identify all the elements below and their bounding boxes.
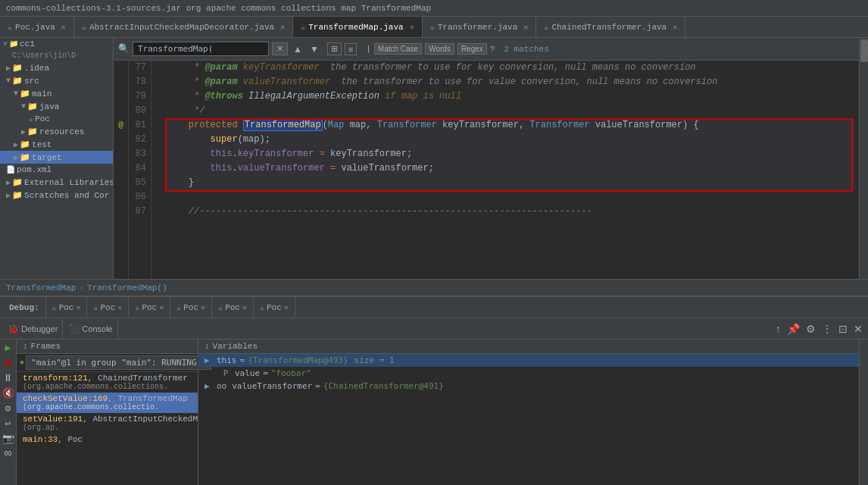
stop-debug-icon[interactable]: ■ bbox=[2, 356, 15, 370]
debugger-icon: 🐞 bbox=[8, 324, 19, 334]
debug-tabs: ☕ Poc ✕ ☕ Poc ✕ ☕ Poc ✕ ☕ Poc ✕ ☕ Poc bbox=[46, 297, 295, 318]
tab-icon-abstract: ☕ bbox=[82, 23, 86, 32]
search-filter-button[interactable]: ⊞ bbox=[327, 42, 342, 55]
sidebar-item-idea[interactable]: ▶ 📁 .idea bbox=[0, 61, 113, 74]
debug-tab-2[interactable]: ☕ Poc ✕ bbox=[87, 297, 129, 318]
search-input[interactable] bbox=[133, 42, 269, 56]
top-bar-title: commons-collections-3.1-sources.jar org … bbox=[6, 4, 431, 13]
sidebar-item-main[interactable]: ▼ 📁 main bbox=[0, 87, 113, 100]
search-matches: 2 matches bbox=[504, 45, 548, 54]
tab-transformer[interactable]: ☕Transformer.java✕ bbox=[423, 17, 537, 37]
frame-item-0[interactable]: transform:121, ChainedTransformer (org.a… bbox=[17, 372, 198, 393]
tab-chained[interactable]: ☕ChainedTransformer.java✕ bbox=[536, 17, 685, 37]
frame-item-2[interactable]: setValue:191, AbstractInputCheckedMapDec… bbox=[17, 413, 198, 433]
more-button[interactable]: ⋮ bbox=[820, 323, 835, 335]
pin-button[interactable]: 📌 bbox=[785, 323, 802, 335]
debug-label: Debug: bbox=[3, 297, 46, 318]
mute-icon[interactable]: 🔇 bbox=[2, 386, 15, 400]
debug-tab-1[interactable]: ☕ Poc ✕ bbox=[46, 297, 88, 318]
debug-right-panel: ↕ Variables ▶ this = {TransformedMap@493… bbox=[198, 340, 859, 485]
var-valuetransformer[interactable]: ▶ oo valueTransformer = {ChainedTransfor… bbox=[198, 380, 859, 393]
var-this[interactable]: ▶ this = {TransformedMap@493} size = 1 bbox=[198, 354, 859, 367]
debug-area: Debug: ☕ Poc ✕ ☕ Poc ✕ ☕ Poc ✕ ☕ Poc ✕ bbox=[0, 296, 868, 485]
tab-abstract[interactable]: ☕AbstractInputCheckedMapDecorator.java✕ bbox=[74, 17, 293, 37]
resume-icon[interactable]: ▶ bbox=[2, 341, 15, 355]
code-line-80: */ bbox=[167, 104, 854, 118]
debug-tab-6[interactable]: ☕ Poc ✕ bbox=[254, 297, 295, 318]
debug-tab-3[interactable]: ☕ Poc ✕ bbox=[129, 297, 170, 318]
pause-icon[interactable]: ⏸ bbox=[2, 371, 15, 385]
search-next-button[interactable]: ▼ bbox=[308, 44, 321, 55]
camera-icon[interactable]: 📷 bbox=[2, 432, 15, 446]
console-icon: ⬛ bbox=[69, 324, 80, 333]
restore-side-icon[interactable]: ↩ bbox=[2, 417, 15, 430]
annotation-column: @ bbox=[114, 61, 129, 279]
frames-list: transform:121, ChainedTransformer (org.a… bbox=[17, 372, 198, 485]
code-line-77: * @param keyTransformer the transformer … bbox=[167, 61, 854, 75]
tab-close-transformer[interactable]: ✕ bbox=[523, 23, 528, 32]
sidebar-item-java[interactable]: ▼ 📁 java bbox=[0, 100, 113, 113]
search-prev-button[interactable]: ▲ bbox=[291, 44, 304, 55]
expand-this-arrow[interactable]: ▶ bbox=[205, 355, 214, 365]
frame-item-3[interactable]: main:33, Poc bbox=[17, 433, 198, 446]
words-button[interactable]: Words bbox=[425, 43, 454, 55]
variables-label: Variables bbox=[213, 342, 258, 351]
sidebar-item-resources[interactable]: ▶ 📁 resources bbox=[0, 125, 113, 138]
search-more-button[interactable]: ≡ bbox=[345, 43, 357, 55]
project-label: cc1 bbox=[20, 39, 35, 48]
code-line-83: this.keyTransformer = keyTransformer; bbox=[167, 147, 854, 161]
regex-button[interactable]: Regex bbox=[457, 43, 487, 55]
breadcrumb-part2: TransformedMap() bbox=[87, 283, 167, 293]
thread-dropdown[interactable]: "main"@1 in group "main": RUNNING bbox=[26, 355, 211, 370]
restore-layout-button[interactable]: ↑ bbox=[773, 323, 783, 335]
code-area: @ 77 78 79 80 81 82 83 84 85 86 bbox=[114, 61, 859, 279]
console-tab-button[interactable]: ⬛ Console bbox=[64, 318, 117, 339]
restore-button[interactable]: ⊡ bbox=[836, 323, 850, 335]
sidebar-item-poc[interactable]: ☕ Poc bbox=[0, 113, 113, 125]
tab-close-transformedmap[interactable]: ✕ bbox=[410, 23, 414, 32]
tab-close-poc[interactable]: ✕ bbox=[61, 23, 66, 32]
frame-item-1[interactable]: checkSetValue:169, TransformedMap (org.a… bbox=[17, 393, 198, 413]
sidebar-item-external[interactable]: ▶ 📁 External Libraries bbox=[0, 176, 113, 189]
search-clear-button[interactable]: ✕ bbox=[272, 42, 288, 55]
code-line-86 bbox=[167, 190, 854, 205]
close-button[interactable]: ✕ bbox=[851, 323, 865, 335]
sidebar-item-src[interactable]: ▼ 📁 src bbox=[0, 74, 113, 87]
debug-tab-4[interactable]: ☕ Poc ✕ bbox=[170, 297, 212, 318]
thread-selector: ● "main"@1 in group "main": RUNNING ▲ ▼ … bbox=[17, 354, 198, 372]
search-icon: 🔍 bbox=[118, 43, 130, 55]
sidebar-item-test[interactable]: ▶ 📁 test bbox=[0, 138, 113, 151]
project-root[interactable]: ▼ 📁 cc1 bbox=[0, 38, 113, 50]
debug-tab-strip: Debug: ☕ Poc ✕ ☕ Poc ✕ ☕ Poc ✕ ☕ Poc ✕ bbox=[0, 297, 868, 318]
infinity-icon[interactable]: ∞ bbox=[2, 447, 15, 461]
tab-transformedmap[interactable]: ☕TransformedMap.java✕ bbox=[293, 17, 422, 37]
variables-header: ↕ Variables bbox=[198, 340, 859, 354]
sidebar-item-scratches[interactable]: ▶ 📁 Scratches and Cor bbox=[0, 189, 113, 202]
tab-icon-transformer: ☕ bbox=[430, 23, 435, 32]
debug-scrollbar[interactable] bbox=[859, 340, 868, 485]
tab-icon-chained: ☕ bbox=[544, 23, 548, 32]
tab-close-abstract[interactable]: ✕ bbox=[280, 23, 285, 32]
debug-left-panel: ↕ Frames ● "main"@1 in group "main": RUN… bbox=[17, 340, 198, 485]
expand-vt-arrow[interactable]: ▶ bbox=[205, 381, 214, 391]
variables-list: ▶ this = {TransformedMap@493} size = 1 P… bbox=[198, 354, 859, 485]
debugger-tab-button[interactable]: 🐞 Debugger bbox=[3, 318, 63, 339]
match-case-button[interactable]: Match Case bbox=[374, 43, 422, 55]
code-line-87: //--------------------------------------… bbox=[167, 205, 854, 219]
debug-tab-5[interactable]: ☕ Poc ✕ bbox=[212, 297, 254, 318]
debug-side-icons: ▶ ■ ⏸ 🔇 ⚙ ↩ 📷 ∞ bbox=[0, 340, 17, 485]
editor-scrollbar[interactable] bbox=[859, 38, 868, 279]
tab-close-chained[interactable]: ✕ bbox=[673, 23, 677, 32]
var-value[interactable]: P value = "foobar" bbox=[198, 367, 859, 380]
sidebar: ▼ 📁 cc1 C:\Users\jin\D ▶ 📁 .idea ▼ 📁 src… bbox=[0, 38, 114, 279]
breadcrumb: TransformedMap › TransformedMap() bbox=[0, 279, 868, 296]
code-line-79: * @throws IllegalArgumentException if ma… bbox=[167, 89, 854, 104]
settings-button[interactable]: ⚙ bbox=[804, 323, 818, 335]
sidebar-item-target[interactable]: ▶ 📁 target bbox=[0, 151, 113, 164]
code-line-81: protected TransformedMap(Map map, Transf… bbox=[167, 118, 854, 133]
code-content[interactable]: * @param keyTransformer the transformer … bbox=[162, 61, 859, 279]
tab-poc[interactable]: ☕Poc.java✕ bbox=[0, 17, 74, 37]
search-bar: 🔍 ✕ ▲ ▼ ⊞ ≡ | Match Case Words Regex ? 2… bbox=[114, 38, 859, 61]
sidebar-item-pom[interactable]: 📄 pom.xml bbox=[0, 164, 113, 176]
settings-side-icon[interactable]: ⚙ bbox=[2, 402, 15, 415]
